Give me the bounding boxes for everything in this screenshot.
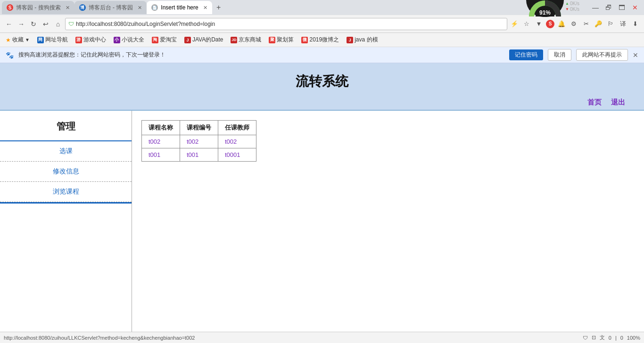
row1-code-link[interactable]: t002 <box>187 138 198 145</box>
cancel-button[interactable]: 取消 <box>548 49 571 61</box>
bookmark-java2-label: java 的模 <box>355 36 378 44</box>
maximize-button[interactable]: 🗖 <box>617 2 627 13</box>
download-icon[interactable]: ⬇ <box>630 19 640 29</box>
remember-password-button[interactable]: 记住密码 <box>509 49 543 60</box>
key-icon[interactable]: 🔑 <box>593 19 603 29</box>
bookmark-favorites[interactable]: ★ 收藏 ▼ <box>4 35 32 45</box>
taobao-bm-icon: 淘 <box>152 37 158 43</box>
bookmark-jd-label: 京东商城 <box>239 36 261 44</box>
bookmark-juhuasuan-label: 聚划算 <box>277 36 294 44</box>
address-bar[interactable] <box>76 21 504 27</box>
juhuasuan-bm-icon: 聚 <box>269 37 275 43</box>
page-title: 流转系统 <box>0 73 644 90</box>
weibo-bm-icon: 微 <box>301 37 308 43</box>
sidebar-menu: 选课 修改信息 浏览课程 <box>0 141 132 202</box>
nav-actions: ⚡ ☆ ▼ S 🔔 ⚙ <box>509 19 579 29</box>
bookmarks-bar: ★ 收藏 ▼ 网 网址导航 游 游戏中心 小 小说大全 淘 爱淘宝 J JAVA… <box>0 33 644 47</box>
bookmark-weibo[interactable]: 微 2019微博之 <box>299 35 341 45</box>
row2-teacher: t0001 <box>218 148 256 162</box>
bookmark-nav[interactable]: 网 网址导航 <box>35 35 70 45</box>
sougou-icon[interactable]: S <box>546 20 554 28</box>
row1-name-link[interactable]: t002 <box>149 138 160 145</box>
row2-code: t001 <box>180 148 218 162</box>
bookmark-juhuasuan[interactable]: 聚 聚划算 <box>267 35 296 45</box>
forward-button[interactable]: → <box>16 19 26 29</box>
tab-3-label: Insert title here <box>161 4 198 11</box>
speed-gauge: 91% <box>529 0 561 16</box>
status-layout-icon: ⊡ <box>592 335 596 341</box>
tab-2-label: 博客后台 - 博客园 <box>89 4 133 12</box>
sidebar: 管理 选课 修改信息 浏览课程 <box>0 111 132 332</box>
java2-bm-icon: J <box>347 37 353 43</box>
scissors-icon[interactable]: ✂ <box>581 19 591 29</box>
refresh-button[interactable]: ↻ <box>28 19 39 29</box>
speed-up: ▲ 0K/s <box>565 1 586 6</box>
logout-nav-link[interactable]: 退出 <box>611 98 625 107</box>
sidebar-item-browse-course[interactable]: 浏览课程 <box>0 182 132 202</box>
tab-3-close[interactable]: ✕ <box>203 5 207 11</box>
sidebar-item-select-course[interactable]: 选课 <box>0 141 132 162</box>
nav-bm-icon: 网 <box>37 37 44 43</box>
undo-button[interactable]: ↩ <box>41 19 51 29</box>
speed-down: ▼ 0K/s <box>565 7 586 12</box>
course-table: 课程名称 课程编号 任课教师 t002 t002 <box>141 120 256 162</box>
sidebar-item-edit-info[interactable]: 修改信息 <box>0 162 132 182</box>
tools-icon[interactable]: ⚙ <box>569 19 579 29</box>
row1-teacher: t002 <box>218 135 256 148</box>
notif-paw-icon: 🐾 <box>6 51 14 59</box>
row1-teacher-link[interactable]: t002 <box>225 138 237 145</box>
bookmark-novel[interactable]: 小 小说大全 <box>112 35 146 45</box>
bookmark-game[interactable]: 游 游戏中心 <box>74 35 108 45</box>
star-icon[interactable]: ☆ <box>521 19 532 29</box>
favorites-icon: ★ <box>6 37 11 43</box>
sidebar-bottom-border <box>0 202 132 204</box>
tab-1-close[interactable]: ✕ <box>66 5 70 11</box>
notification-bar: 🐾 搜狗高速浏览器提醒您：记住此网站密码，下次一键登录！ 记住密码 取消 此网站… <box>0 47 644 63</box>
table-row: t001 t001 t0001 <box>142 148 256 162</box>
home-button[interactable]: ⌂ <box>53 19 63 29</box>
bookmark-java2[interactable]: J java 的模 <box>345 35 380 45</box>
status-right: 🛡 ⊡ 文 0 | 0 100% <box>583 334 640 341</box>
home-nav-link[interactable]: 首页 <box>587 98 602 107</box>
tab-3[interactable]: 📄 Insert title here ✕ <box>147 1 212 14</box>
tab-2-favicon: 博 <box>79 4 86 11</box>
status-zoom: 100% <box>627 335 640 341</box>
bookmark-taobao[interactable]: 淘 爱淘宝 <box>150 35 179 45</box>
tab-2-close[interactable]: ✕ <box>138 5 142 11</box>
window-controls: — 🗗 🗖 ✕ <box>590 2 642 13</box>
table-header-code: 课程编号 <box>180 121 218 135</box>
row2-name: t001 <box>142 148 180 162</box>
bookmark-favorites-label: 收藏 <box>12 36 24 44</box>
row2-teacher-link[interactable]: t0001 <box>225 151 240 158</box>
tab-3-favicon: 📄 <box>151 4 158 11</box>
lightning-icon[interactable]: ⚡ <box>509 19 520 29</box>
flag-icon[interactable]: 🏳 <box>605 19 616 29</box>
top-nav: 首页 退出 <box>0 95 644 110</box>
restore-button[interactable]: 🗗 <box>603 2 614 13</box>
close-button[interactable]: ✕ <box>630 2 640 13</box>
row2-code-link[interactable]: t001 <box>187 151 198 158</box>
table-header-teacher: 任课教师 <box>218 121 256 135</box>
minimize-button[interactable]: — <box>590 2 601 13</box>
status-divider: | <box>615 335 617 341</box>
expand-icon[interactable]: ▼ <box>534 19 544 29</box>
notification-close[interactable]: ✕ <box>633 51 638 59</box>
new-tab-button[interactable]: + <box>212 1 225 14</box>
status-counter2: 0 <box>620 335 623 341</box>
bookmark-jd[interactable]: JD 京东商城 <box>229 35 263 45</box>
bookmark-java[interactable]: J JAVA的Date <box>182 35 225 45</box>
row2-name-link[interactable]: t001 <box>149 151 160 158</box>
translate-icon[interactable]: 译 <box>618 19 628 29</box>
java-bm-icon: J <box>184 37 191 43</box>
tab-1[interactable]: S 博客园 - 搜狗搜索 ✕ <box>2 1 74 14</box>
page-content: 流转系统 首页 退出 管理 选课 修改信息 浏览课程 <box>0 63 644 332</box>
no-show-button[interactable]: 此网站不再提示 <box>576 49 628 61</box>
row1-code: t002 <box>180 135 218 148</box>
table-header-name: 课程名称 <box>142 121 180 135</box>
notification-text: 搜狗高速浏览器提醒您：记住此网站密码，下次一键登录！ <box>18 51 504 59</box>
status-text-icon: 文 <box>600 334 605 341</box>
status-url: http://localhost:8080/zuihou/LLKCServlet… <box>4 335 579 341</box>
back-button[interactable]: ← <box>4 19 14 29</box>
alert-icon[interactable]: 🔔 <box>556 19 567 29</box>
tab-2[interactable]: 博 博客后台 - 博客园 ✕ <box>74 1 147 14</box>
